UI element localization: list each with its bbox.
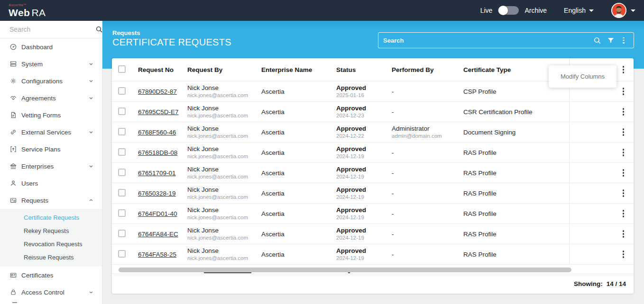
live-archive-toggle[interactable] bbox=[498, 6, 519, 15]
sidebar-item-label: Vetting Forms bbox=[21, 112, 94, 119]
enterprise-name: Ascertia bbox=[256, 170, 331, 177]
topbar: Ascertia™ WebRA Live Archive English bbox=[0, 0, 644, 21]
chevron-down-icon bbox=[589, 9, 594, 12]
sidebar-item-external-services[interactable]: External Services bbox=[0, 124, 102, 141]
bank-icon bbox=[9, 162, 17, 170]
status-label: Approved bbox=[336, 125, 386, 133]
sidebar-item-enterprises[interactable]: Enterprises bbox=[0, 158, 102, 175]
request-by-email: nick.jones@ascertia.com bbox=[187, 112, 256, 119]
row-actions-kebab-icon[interactable] bbox=[621, 87, 626, 96]
sidebar-item-dashboard[interactable]: Dashboard bbox=[0, 38, 102, 55]
request-card-icon bbox=[9, 197, 17, 204]
column-header-request-no[interactable]: Request No bbox=[133, 66, 182, 73]
row-actions-kebab-icon[interactable] bbox=[621, 127, 626, 137]
row-checkbox[interactable] bbox=[118, 250, 126, 258]
row-actions-kebab-icon[interactable] bbox=[621, 209, 626, 218]
performed-by-name: Administrator bbox=[392, 125, 458, 133]
request-no-link[interactable]: 67651709-01 bbox=[138, 170, 176, 177]
request-no-link[interactable]: 6768F560-46 bbox=[138, 129, 176, 136]
archive-label: Archive bbox=[524, 7, 547, 14]
row-checkbox[interactable] bbox=[118, 189, 126, 197]
sidebar-item-system[interactable]: System bbox=[0, 55, 102, 72]
row-checkbox[interactable] bbox=[118, 148, 126, 156]
enterprise-name: Ascertia bbox=[256, 149, 331, 156]
row-checkbox[interactable] bbox=[118, 128, 126, 135]
column-header-status[interactable]: Status bbox=[331, 66, 386, 73]
gear-icon bbox=[9, 77, 17, 85]
user-menu[interactable] bbox=[611, 2, 635, 18]
table-footer: Showing: 14 / 14 bbox=[112, 274, 634, 294]
certificate-type: RAS Profile bbox=[458, 210, 569, 217]
row-checkbox[interactable] bbox=[118, 169, 126, 176]
performed-by-name: - bbox=[392, 108, 458, 116]
topbar-right: Live Archive English bbox=[480, 2, 635, 18]
certificate-type: Document Signing bbox=[458, 129, 569, 136]
row-actions-kebab-icon[interactable] bbox=[621, 250, 626, 259]
modify-columns-menu: Modify Columns bbox=[549, 65, 616, 88]
sidebar-item-vetting-forms[interactable]: Vetting Forms bbox=[0, 107, 102, 124]
request-no-link[interactable]: 6764FA84-EC bbox=[138, 231, 178, 238]
row-actions-kebab-icon[interactable] bbox=[621, 107, 626, 116]
request-no-link[interactable]: 6764FD01-40 bbox=[138, 210, 177, 217]
sidebar-item-requests[interactable]: Requests bbox=[0, 192, 102, 209]
request-no-link[interactable]: 67890D52-87 bbox=[138, 88, 177, 95]
performed-by-name: - bbox=[392, 250, 458, 259]
sidebar-item-access-control[interactable]: Access Control bbox=[0, 284, 102, 301]
sidebar-item-users[interactable]: Users bbox=[0, 175, 102, 192]
row-actions-kebab-icon[interactable] bbox=[621, 229, 626, 239]
sidebar-item-reissue-requests[interactable]: Reissue Requests bbox=[0, 250, 102, 264]
row-checkbox[interactable] bbox=[118, 230, 126, 237]
certificate-type: CSR Certification Profile bbox=[458, 108, 569, 116]
request-by-name: Nick Jonse bbox=[187, 186, 256, 194]
column-header-request-by[interactable]: Request By bbox=[182, 66, 256, 73]
table-search-input[interactable] bbox=[383, 37, 588, 44]
sidebar-item-certificate-requests[interactable]: Certificate Requests bbox=[0, 211, 102, 224]
brand-logo[interactable]: Ascertia™ WebRA bbox=[9, 3, 46, 18]
row-actions-kebab-icon[interactable] bbox=[621, 168, 626, 178]
sidebar-item-certificates[interactable]: Certificates bbox=[0, 267, 102, 284]
status-date: 2024-12-19 bbox=[336, 214, 386, 221]
sidebar-item-configurations[interactable]: Configurations bbox=[0, 72, 102, 89]
row-checkbox[interactable] bbox=[118, 87, 126, 95]
language-dropdown[interactable]: English bbox=[564, 7, 594, 14]
request-no-link[interactable]: 676518DB-08 bbox=[138, 149, 177, 156]
filter-icon[interactable] bbox=[607, 36, 615, 45]
request-by-name: Nick Jonse bbox=[187, 165, 256, 173]
request-by-email: nick.jones@ascertia.com bbox=[187, 214, 256, 221]
column-header-enterprise-name[interactable]: Enterprise Name bbox=[256, 66, 331, 73]
row-checkbox[interactable] bbox=[118, 107, 126, 115]
certificate-type: CSP Profile bbox=[458, 88, 569, 95]
enterprise-name: Ascertia bbox=[256, 231, 331, 238]
select-all-checkbox[interactable] bbox=[118, 65, 126, 73]
sidebar-item-agreements[interactable]: Agreements bbox=[0, 89, 102, 107]
request-no-link[interactable]: 67650328-19 bbox=[138, 190, 176, 197]
status-date: 2024-12-19 bbox=[336, 234, 386, 241]
search-kebab-icon[interactable] bbox=[621, 36, 629, 45]
search-icon[interactable] bbox=[593, 36, 601, 45]
horizontal-scrollbar[interactable] bbox=[119, 268, 571, 272]
status-date: 2024-12-19 bbox=[336, 173, 386, 180]
column-header-performed-by[interactable]: Performed By bbox=[386, 66, 458, 73]
showing-count: 14 / 14 bbox=[607, 280, 626, 287]
request-no-link[interactable]: 67695C5D-E7 bbox=[138, 108, 179, 116]
sidebar-item-rekey-requests[interactable]: Rekey Requests bbox=[0, 224, 102, 237]
sidebar-item-revocation-requests[interactable]: Revocation Requests bbox=[0, 237, 102, 250]
status-date: 2024-12-19 bbox=[336, 255, 386, 262]
row-checkbox[interactable] bbox=[118, 209, 126, 217]
request-by-email: nick.jones@ascertia.com bbox=[187, 92, 256, 99]
search-icon[interactable] bbox=[95, 26, 103, 33]
service-plan-icon bbox=[9, 145, 17, 153]
modify-columns-option[interactable]: Modify Columns bbox=[549, 65, 616, 88]
row-actions-kebab-icon[interactable] bbox=[621, 148, 626, 157]
sidebar-item-label: Enterprises bbox=[21, 163, 88, 170]
table-options-kebab-icon[interactable] bbox=[621, 65, 626, 74]
sidebar-item-label: System bbox=[21, 61, 88, 68]
sidebar-search-input[interactable] bbox=[9, 26, 95, 33]
request-by-name: Nick Jonse bbox=[187, 145, 256, 153]
row-actions-kebab-icon[interactable] bbox=[621, 188, 626, 198]
sidebar-search bbox=[0, 21, 102, 38]
sidebar-item-service-plans[interactable]: Service Plans bbox=[0, 141, 102, 158]
avatar bbox=[611, 2, 627, 18]
handshake-icon bbox=[9, 94, 17, 102]
request-no-link[interactable]: 6764FA58-25 bbox=[138, 251, 176, 258]
